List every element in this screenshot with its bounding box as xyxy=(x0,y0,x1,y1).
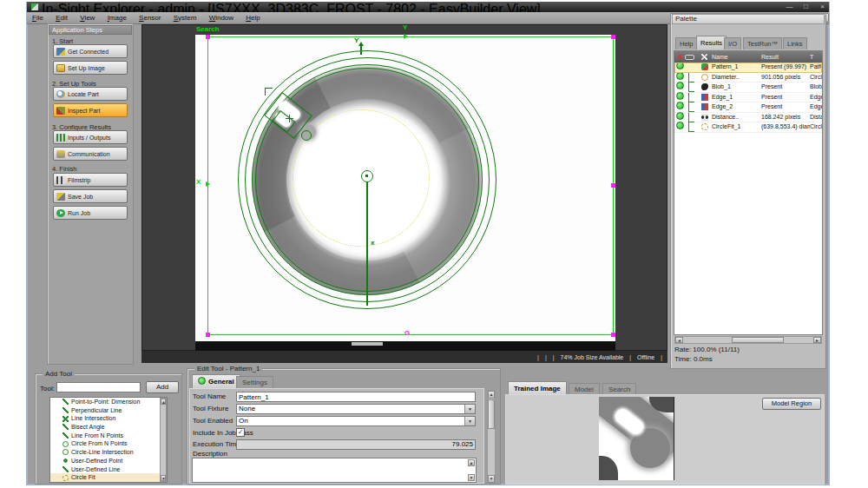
status-column-icon xyxy=(678,55,682,59)
locate-part-icon xyxy=(56,90,65,98)
tool-y-axis xyxy=(360,45,362,55)
tool-fixture-select[interactable]: None▼ xyxy=(236,404,476,414)
close-icon[interactable]: × xyxy=(817,3,828,10)
button-label: Set Up Image xyxy=(68,65,105,71)
tool-enabled-select[interactable]: On▼ xyxy=(236,416,476,426)
scroll-left-icon[interactable]: ◄ xyxy=(675,337,683,343)
button-label: Run Job xyxy=(68,210,90,216)
inputs-outputs-button[interactable]: Inputs / Outputs xyxy=(53,130,128,144)
pass-status-icon xyxy=(676,92,684,100)
add-button[interactable]: Add xyxy=(146,381,179,393)
tree-connector xyxy=(688,113,694,122)
scroll-up-icon[interactable]: ▲ xyxy=(468,459,475,466)
menu-help[interactable]: Help xyxy=(240,12,265,23)
search-handle-topright[interactable] xyxy=(611,35,615,39)
tool-list-scrollbar[interactable]: ▲ ▼ xyxy=(160,398,167,482)
get-connected-button[interactable]: Get Connected xyxy=(53,44,128,58)
scroll-right-icon[interactable]: ► xyxy=(813,337,821,343)
table-row[interactable]: Blob_1 Present Blob xyxy=(674,82,822,93)
locate-part-button[interactable]: Locate Part xyxy=(53,87,128,101)
tab-testrun[interactable]: TestRun™ xyxy=(743,37,782,49)
execution-time-value: 79.025 xyxy=(236,439,476,450)
tab-trained-image[interactable]: Trained Image xyxy=(508,381,567,395)
inspect-part-button[interactable]: Inspect Part xyxy=(53,103,128,117)
tool-y-arrow-icon xyxy=(358,42,364,46)
scroll-up-icon[interactable]: ▲ xyxy=(161,399,166,405)
tab-help[interactable]: Help xyxy=(675,37,697,49)
tab-results[interactable]: Results xyxy=(696,36,727,49)
set-up-image-button[interactable]: Set Up Image xyxy=(53,61,128,75)
tab-model[interactable]: Model xyxy=(569,383,600,395)
column-type[interactable]: T xyxy=(810,51,822,63)
tab-general[interactable]: General xyxy=(192,374,240,388)
tree-connector xyxy=(688,82,694,92)
tab-links[interactable]: Links xyxy=(783,37,807,49)
model-region-button[interactable]: Model Region xyxy=(762,398,821,410)
pass-status-icon xyxy=(676,112,684,120)
scroll-down-icon[interactable]: ▼ xyxy=(468,474,475,481)
scroll-up-icon[interactable]: ▲ xyxy=(488,391,495,399)
filmstrip-button[interactable]: Filmstrip xyxy=(53,173,128,187)
minimize-icon[interactable]: — xyxy=(784,3,795,10)
menu-image[interactable]: Image xyxy=(102,12,132,23)
circle-center-marker[interactable] xyxy=(361,170,373,182)
run-job-button[interactable]: Run Job xyxy=(53,206,128,220)
list-item[interactable]: Circle-Line Intersection xyxy=(50,448,167,457)
scroll-down-icon[interactable]: ▼ xyxy=(161,475,166,481)
menu-sensor[interactable]: Sensor xyxy=(134,12,166,23)
table-row[interactable]: Distance.. 168.242 pixels Distan... xyxy=(674,113,822,123)
table-row[interactable]: Pattern_1 Present (99.997) PatMa... xyxy=(674,63,822,73)
list-item-selected[interactable]: Circle Fit xyxy=(50,473,167,482)
button-label: Communication xyxy=(68,151,110,157)
tools-column-icon xyxy=(701,54,707,60)
scroll-thumb[interactable] xyxy=(488,399,495,429)
button-label: Inputs / Outputs xyxy=(68,135,110,141)
save-job-button[interactable]: Save Job xyxy=(53,189,128,203)
chevron-down-icon[interactable]: ▼ xyxy=(464,417,475,425)
tab-search[interactable]: Search xyxy=(602,383,636,395)
communication-button[interactable]: Communication xyxy=(53,147,128,161)
list-item[interactable]: Point-to-Point: Dimension xyxy=(50,398,167,406)
restore-icon[interactable]: □ xyxy=(800,3,812,10)
list-item[interactable]: Line From N Points xyxy=(50,432,167,440)
menu-file[interactable]: File xyxy=(27,12,49,23)
list-item[interactable]: User-Defined Point xyxy=(50,457,167,465)
column-result[interactable]: Result xyxy=(761,51,810,63)
rotation-handle[interactable]: G xyxy=(404,329,410,337)
tab-settings[interactable]: Settings xyxy=(236,376,273,388)
column-name[interactable]: Name xyxy=(712,51,761,63)
menu-edit[interactable]: Edit xyxy=(50,12,73,23)
menu-system[interactable]: System xyxy=(168,12,202,23)
search-handle-rightmid[interactable] xyxy=(611,183,615,188)
edit-tool-header: Edit Tool - Pattern_1 xyxy=(194,365,262,373)
search-region[interactable] xyxy=(207,36,614,335)
tool-name-input[interactable] xyxy=(236,392,476,402)
scroll-thumb[interactable] xyxy=(732,337,784,343)
menu-view[interactable]: View xyxy=(75,12,100,23)
menu-window[interactable]: Window xyxy=(204,12,239,23)
tree-connector xyxy=(688,93,694,102)
scroll-down-icon[interactable]: ▼ xyxy=(488,475,495,483)
list-item[interactable]: User-Defined Line xyxy=(50,465,167,474)
edit-tool-scrollbar[interactable]: ▲ ▼ xyxy=(487,390,496,484)
button-label: Filmstrip xyxy=(68,177,90,183)
search-handle-topleft[interactable] xyxy=(206,35,210,39)
include-in-job-pass-checkbox[interactable]: ✓ xyxy=(236,428,245,437)
list-item[interactable]: Line Intersection xyxy=(50,414,167,423)
table-row[interactable]: Edge_2 Present Edge xyxy=(674,102,822,113)
list-item[interactable]: Perpendicular Line xyxy=(50,406,167,415)
description-textarea[interactable]: ▲ ▼ xyxy=(192,458,477,483)
palette-horizontal-scrollbar[interactable]: ◄ ► xyxy=(674,336,822,344)
results-table: Name Result T Pattern_1 Present (99.997)… xyxy=(674,50,823,335)
list-item[interactable]: Bisect Angle xyxy=(50,423,167,432)
table-row[interactable]: CircleFit_1 (639.8,553.4) diamete... Cir… xyxy=(674,122,822,133)
tool-label: Tool: xyxy=(40,385,55,392)
search-handle-bottomleft[interactable] xyxy=(206,333,210,337)
table-row[interactable]: Diameter.. 901.056 pixels Circle xyxy=(674,73,822,83)
tool-search-input[interactable] xyxy=(56,382,141,392)
list-item[interactable]: Circle From N Points xyxy=(50,439,167,448)
table-row[interactable]: Edge_1 Present Edge xyxy=(674,93,822,103)
tab-io[interactable]: I/O xyxy=(724,37,741,49)
chevron-down-icon[interactable]: ▼ xyxy=(464,405,475,413)
search-handle-bottomright[interactable] xyxy=(611,333,615,337)
